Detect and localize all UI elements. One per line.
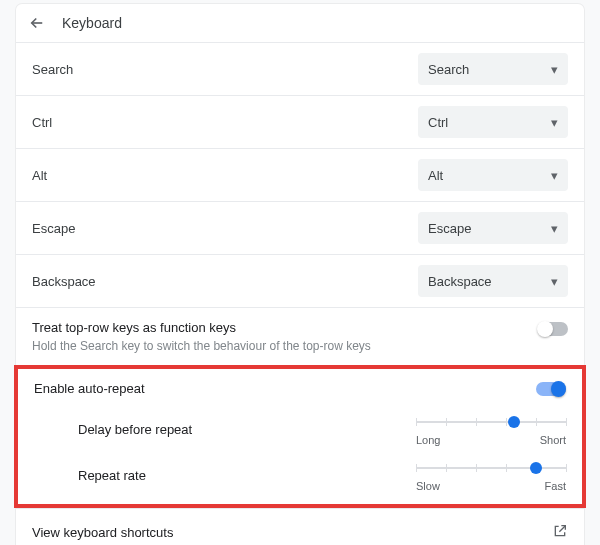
keyboard-settings-card: Keyboard Search Search ▾ Ctrl Ctrl ▾ Alt… xyxy=(16,4,584,545)
rate-row: Repeat rate Slow Fast xyxy=(18,448,582,504)
select-value: Backspace xyxy=(428,274,492,289)
toggle-knob xyxy=(537,321,553,337)
view-shortcuts-row[interactable]: View keyboard shortcuts xyxy=(16,508,584,545)
keymap-label: Search xyxy=(32,62,73,77)
auto-repeat-highlight: Enable auto-repeat Delay before repeat xyxy=(14,365,586,508)
keymap-select-escape[interactable]: Escape ▾ xyxy=(418,212,568,244)
function-keys-toggle[interactable] xyxy=(538,322,568,336)
keymap-select-alt[interactable]: Alt ▾ xyxy=(418,159,568,191)
select-value: Escape xyxy=(428,221,471,236)
keymap-select-search[interactable]: Search ▾ xyxy=(418,53,568,85)
caret-down-icon: ▾ xyxy=(551,115,558,130)
rate-label: Repeat rate xyxy=(78,468,146,483)
toggle-knob xyxy=(551,381,566,397)
keymap-label: Escape xyxy=(32,221,75,236)
function-keys-sublabel: Hold the Search key to switch the behavi… xyxy=(32,339,568,353)
auto-repeat-row: Enable auto-repeat xyxy=(18,369,582,402)
caret-down-icon: ▾ xyxy=(551,221,558,236)
rate-left-label: Slow xyxy=(416,480,440,492)
rate-right-label: Fast xyxy=(545,480,566,492)
page-header: Keyboard xyxy=(16,4,584,42)
external-link-icon xyxy=(552,523,568,542)
delay-label: Delay before repeat xyxy=(78,422,192,437)
keymap-select-ctrl[interactable]: Ctrl ▾ xyxy=(418,106,568,138)
keymap-label: Alt xyxy=(32,168,47,183)
keymap-row-ctrl: Ctrl Ctrl ▾ xyxy=(16,95,584,148)
back-arrow-icon[interactable] xyxy=(28,14,46,32)
keymap-label: Backspace xyxy=(32,274,96,289)
keymap-row-alt: Alt Alt ▾ xyxy=(16,148,584,201)
select-value: Ctrl xyxy=(428,115,448,130)
select-value: Search xyxy=(428,62,469,77)
keymap-select-backspace[interactable]: Backspace ▾ xyxy=(418,265,568,297)
page-title: Keyboard xyxy=(62,15,122,31)
keymap-label: Ctrl xyxy=(32,115,52,130)
delay-row: Delay before repeat Long Short xyxy=(18,402,582,448)
function-keys-row: Treat top-row keys as function keys Hold… xyxy=(16,307,584,365)
auto-repeat-label: Enable auto-repeat xyxy=(34,381,145,396)
keymap-row-backspace: Backspace Backspace ▾ xyxy=(16,254,584,307)
caret-down-icon: ▾ xyxy=(551,62,558,77)
auto-repeat-toggle[interactable] xyxy=(536,382,566,396)
function-keys-label: Treat top-row keys as function keys xyxy=(32,320,568,335)
rate-slider[interactable] xyxy=(416,458,566,478)
keymap-row-search: Search Search ▾ xyxy=(16,42,584,95)
delay-left-label: Long xyxy=(416,434,440,446)
view-shortcuts-label: View keyboard shortcuts xyxy=(32,525,173,540)
delay-right-label: Short xyxy=(540,434,566,446)
caret-down-icon: ▾ xyxy=(551,274,558,289)
select-value: Alt xyxy=(428,168,443,183)
keymap-row-escape: Escape Escape ▾ xyxy=(16,201,584,254)
delay-slider[interactable] xyxy=(416,412,566,432)
caret-down-icon: ▾ xyxy=(551,168,558,183)
